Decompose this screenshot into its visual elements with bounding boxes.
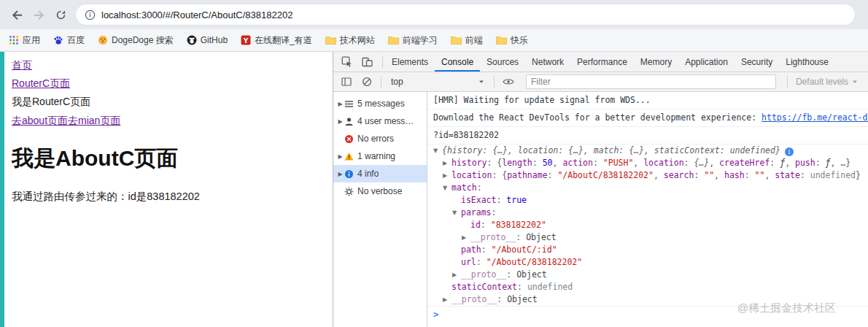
- tab-sources[interactable]: Sources: [480, 52, 525, 72]
- link-routerc[interactable]: RouterC页面: [12, 77, 325, 91]
- console-filter-verbose[interactable]: No verbose: [333, 182, 427, 200]
- console-token: :: [517, 282, 527, 292]
- console-token: :: [496, 195, 506, 205]
- forward-arrow-icon: [33, 9, 45, 21]
- live-expression-button[interactable]: [500, 74, 517, 90]
- link-about[interactable]: 去about页面: [12, 115, 68, 126]
- console-line-7: isExact: true: [427, 194, 868, 207]
- expand-arrow-icon[interactable]: ▶: [443, 158, 452, 169]
- apps-icon: [9, 35, 19, 45]
- console-messages: [HMR] Waiting for update signal from WDS…: [427, 92, 868, 307]
- log-levels-dropdown[interactable]: Default levels: [793, 77, 864, 87]
- console-line-9: id: "838182202": [427, 219, 868, 231]
- bookmark-item-6[interactable]: 前端学习: [388, 34, 438, 47]
- console-line-5[interactable]: ▶location: {pathname: "/AboutC/838182202…: [427, 169, 868, 182]
- bookmark-label: DogeDoge 搜索: [112, 34, 174, 47]
- expand-arrow-icon[interactable]: ▶: [443, 294, 452, 305]
- page-heading: 我是AboutC页面: [12, 144, 325, 174]
- expand-arrow-icon: ▶: [336, 171, 344, 177]
- folder-icon: [325, 36, 336, 45]
- page-info-icon[interactable]: [85, 9, 96, 20]
- bookmark-item-7[interactable]: 前端: [451, 34, 483, 47]
- log-levels-label: Default levels: [796, 77, 848, 87]
- doge-icon: [98, 35, 108, 45]
- console-token: id: [470, 220, 481, 230]
- expand-arrow-icon[interactable]: ▶: [452, 269, 461, 280]
- link-home[interactable]: 首页: [12, 59, 325, 72]
- divider: [787, 76, 788, 88]
- console-filter-errors[interactable]: No errors: [333, 130, 427, 147]
- console-line-13[interactable]: ▶__proto__: Object: [427, 269, 868, 281]
- console-token: :: [684, 158, 694, 168]
- console-line-3[interactable]: ▼{history: {…}, location: {…}, match: {……: [427, 145, 868, 157]
- console-token: ,: [764, 170, 775, 180]
- console-line-4[interactable]: ▶history: {length: 50, action: "PUSH", l…: [427, 157, 868, 169]
- devtools-tool-icons: [333, 52, 380, 72]
- tab-console[interactable]: Console: [435, 52, 480, 72]
- tab-application[interactable]: Application: [678, 52, 735, 72]
- console-line-10[interactable]: ▶__proto__: Object: [427, 231, 868, 244]
- bookmark-item-8[interactable]: 快乐: [496, 34, 528, 47]
- console-line-8[interactable]: ▼params:: [427, 207, 868, 219]
- console-filter-warnings[interactable]: ▶1 warning: [333, 147, 427, 165]
- console-link[interactable]: https://fb.me/react-devtools: [762, 112, 868, 123]
- collapse-arrow-icon[interactable]: ▼: [433, 145, 442, 156]
- console-token: : {: [487, 158, 502, 168]
- console-token: ,: [633, 158, 643, 168]
- console-line-2: ?id=838182202: [427, 127, 868, 145]
- inspect-element-button[interactable]: [338, 54, 355, 70]
- address-bar[interactable]: localhost:3000/#/RouterC/AboutC/83818220…: [76, 4, 855, 25]
- expand-arrow-icon[interactable]: ▶: [462, 232, 470, 243]
- collapse-arrow-icon[interactable]: ▼: [443, 182, 452, 193]
- console-line-1: Download the React DevTools for a better…: [427, 109, 868, 127]
- devtools-panel: ElementsConsoleSourcesNetworkPerformance…: [333, 52, 868, 327]
- bookmark-item-0[interactable]: 应用: [9, 34, 40, 47]
- tab-network[interactable]: Network: [525, 52, 570, 72]
- tab-security[interactable]: Security: [735, 52, 779, 72]
- console-line-6[interactable]: ▼match:: [427, 182, 868, 194]
- console-token: ,: [654, 170, 664, 180]
- execution-context-selector[interactable]: top: [387, 77, 489, 87]
- refresh-button[interactable]: [50, 4, 71, 26]
- console-token: :: [532, 158, 543, 168]
- tab-memory[interactable]: Memory: [634, 52, 678, 72]
- forward-button[interactable]: [28, 4, 50, 26]
- collapse-arrow-icon[interactable]: ▼: [452, 207, 461, 218]
- console-token: Object: [526, 232, 557, 242]
- bookmark-item-2[interactable]: DogeDoge 搜索: [98, 34, 174, 47]
- console-token: "/AboutC/838182202": [557, 170, 654, 180]
- console-token: {history: {…}, location: {…}, match: {…}…: [442, 145, 780, 155]
- bookmark-item-1[interactable]: 百度: [53, 34, 85, 47]
- console-token: [HMR] Waiting for update signal from WDS…: [433, 95, 651, 105]
- console-filter-user-messages[interactable]: ▶4 user mess…: [333, 112, 427, 130]
- console-token: :: [548, 170, 558, 180]
- device-toolbar-button[interactable]: [358, 54, 376, 70]
- console-token: ,: [553, 158, 563, 168]
- console-token: hash: [724, 170, 745, 180]
- browser-window: localhost:3000/#/RouterC/AboutC/83818220…: [0, 0, 868, 327]
- browser-toolbar: localhost:3000/#/RouterC/AboutC/83818220…: [0, 0, 868, 29]
- clear-console-button[interactable]: [358, 74, 376, 90]
- console-filter-input[interactable]: [526, 74, 776, 89]
- console-token: "/AboutC/838182202": [487, 257, 583, 267]
- console-filter-info[interactable]: ▶4 info: [333, 165, 427, 182]
- bookmark-item-3[interactable]: GitHub: [187, 35, 228, 45]
- console-token: }: [856, 170, 861, 180]
- tab-performance[interactable]: Performance: [570, 52, 634, 72]
- console-sidebar-toggle-button[interactable]: [338, 74, 355, 90]
- tab-lighthouse[interactable]: Lighthouse: [779, 52, 835, 72]
- device-toolbar-icon: [362, 57, 373, 67]
- back-button[interactable]: [6, 4, 28, 26]
- github-icon: [187, 35, 197, 45]
- bookmark-item-5[interactable]: 技术网站: [325, 34, 375, 47]
- bookmark-label: 快乐: [511, 34, 528, 47]
- evaluated-info-icon: i: [785, 147, 794, 156]
- console-token: ,: [714, 170, 724, 180]
- tab-elements[interactable]: Elements: [385, 52, 435, 72]
- expand-arrow-icon[interactable]: ▶: [443, 170, 452, 181]
- console-token: :: [593, 158, 603, 168]
- link-main[interactable]: 去mian页面: [68, 115, 120, 126]
- console-filter-messages[interactable]: ▶5 messages: [333, 95, 427, 112]
- bookmark-item-4[interactable]: Y在线翻译_有道: [241, 34, 312, 47]
- console-token: action: [562, 158, 593, 168]
